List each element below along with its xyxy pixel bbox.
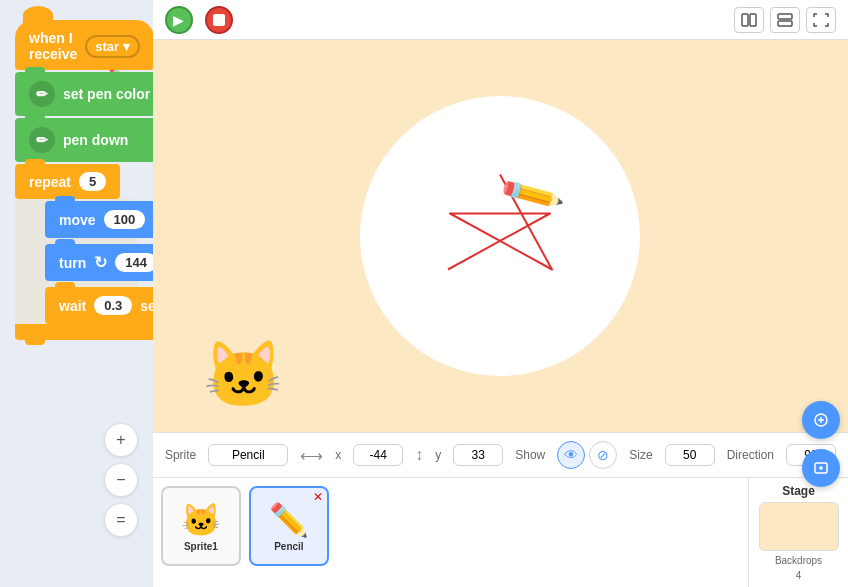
- x-input[interactable]: [353, 444, 403, 466]
- pencil-emoji: ✏️: [269, 501, 309, 539]
- stage-circle: ✏️: [360, 96, 640, 376]
- layout-btn-1[interactable]: [734, 7, 764, 33]
- cat-sprite: 🐱: [203, 342, 284, 407]
- move-block: move 100 steps: [45, 201, 153, 238]
- when-receive-label: when I receive: [29, 30, 77, 62]
- sprite-name-input[interactable]: [208, 444, 288, 466]
- fab-container: [802, 401, 840, 487]
- turn-pre-label: turn: [59, 255, 86, 271]
- updown-arrows-icon: ↕: [415, 446, 423, 464]
- pen-icon: ✏: [29, 81, 55, 107]
- zoom-out-button[interactable]: −: [104, 463, 138, 497]
- svg-rect-2: [778, 14, 792, 19]
- y-input[interactable]: [453, 444, 503, 466]
- repeat-end: ↩: [15, 324, 153, 340]
- code-panel: ✏️ when I receive star ▾ ✏ set pen color…: [0, 0, 153, 587]
- svg-rect-0: [742, 14, 748, 26]
- svg-rect-1: [750, 14, 756, 26]
- wait-block: wait 0.3 seconds: [45, 287, 153, 324]
- stage-area: ✏️ 🐱: [153, 40, 848, 432]
- backdrops-label: Backdrops: [775, 555, 822, 566]
- green-flag-button[interactable]: ▶: [165, 6, 193, 34]
- event-dropdown[interactable]: star ▾: [85, 35, 140, 58]
- set-pen-label: set pen color to: [63, 86, 153, 102]
- show-hidden-button[interactable]: ⊘: [589, 441, 617, 469]
- c-inner: move 100 steps turn ↻ 144 degrees wait: [15, 199, 138, 324]
- right-panel: ▶: [153, 0, 848, 587]
- y-label: y: [435, 448, 441, 462]
- repeat-label: repeat: [29, 174, 71, 190]
- sprite1-emoji: 🐱: [181, 501, 221, 539]
- set-pen-color-block: ✏ set pen color to: [15, 72, 153, 116]
- hat-block: when I receive star ▾: [15, 20, 153, 70]
- show-icons: 👁 ⊘: [557, 441, 617, 469]
- direction-label: Direction: [727, 448, 774, 462]
- add-backdrop-fab[interactable]: [802, 449, 840, 487]
- stop-icon: [213, 14, 225, 26]
- turn-block: turn ↻ 144 degrees: [45, 244, 153, 281]
- arrows-icon: ⟷: [300, 446, 323, 465]
- x-label: x: [335, 448, 341, 462]
- repeat-value[interactable]: 5: [79, 172, 106, 191]
- sprite1-name: Sprite1: [184, 541, 218, 552]
- stage-thumbnail[interactable]: [759, 502, 839, 551]
- main-layout: ✏️ when I receive star ▾ ✏ set pen color…: [0, 0, 848, 587]
- repeat-wrapper: repeat 5 move 100 steps turn ↻ 144: [15, 164, 138, 340]
- add-sprite-fab[interactable]: [802, 401, 840, 439]
- sprite-delete-icon[interactable]: ✕: [313, 490, 323, 504]
- repeat-block: repeat 5: [15, 164, 120, 199]
- zoom-in-button[interactable]: +: [104, 423, 138, 457]
- sprites-panel: 🐱 Sprite1 ✕ ✏️ Pencil: [153, 478, 748, 587]
- layout-btn-2[interactable]: [770, 7, 800, 33]
- bottom-section: 🐱 Sprite1 ✕ ✏️ Pencil Stage Backdrops 4: [153, 477, 848, 587]
- wait-post-label: seconds: [140, 298, 153, 314]
- top-bar: ▶: [153, 0, 848, 40]
- pen-down-block: ✏ pen down: [15, 118, 153, 162]
- zoom-reset-button[interactable]: =: [104, 503, 138, 537]
- pencil-name: Pencil: [274, 541, 303, 552]
- sprite-thumb-pencil[interactable]: ✕ ✏️ Pencil: [249, 486, 329, 566]
- sprite-label: Sprite: [165, 448, 196, 462]
- blocks-list: when I receive star ▾ ✏ set pen color to…: [15, 20, 138, 340]
- dropdown-value: star: [95, 39, 119, 54]
- show-visible-button[interactable]: 👁: [557, 441, 585, 469]
- show-label: Show: [515, 448, 545, 462]
- size-label: Size: [629, 448, 652, 462]
- sprite-thumb-sprite1[interactable]: 🐱 Sprite1: [161, 486, 241, 566]
- pen-icon-2: ✏: [29, 127, 55, 153]
- turn-arrow-icon: ↻: [94, 253, 107, 272]
- wait-pre-label: wait: [59, 298, 86, 314]
- wait-value[interactable]: 0.3: [94, 296, 132, 315]
- layout-btn-fullscreen[interactable]: [806, 7, 836, 33]
- move-pre-label: move: [59, 212, 96, 228]
- turn-value[interactable]: 144: [115, 253, 153, 272]
- backdrops-count: 4: [796, 570, 802, 581]
- stop-button[interactable]: [205, 6, 233, 34]
- size-input[interactable]: [665, 444, 715, 466]
- pen-down-label: pen down: [63, 132, 128, 148]
- sprite-info-bar: Sprite ⟷ x ↕ y Show 👁 ⊘ Size Direction: [153, 432, 848, 477]
- chevron-down-icon: ▾: [123, 39, 130, 54]
- svg-rect-3: [778, 21, 792, 26]
- stage-panel: Stage Backdrops 4: [748, 478, 848, 587]
- layout-buttons: [734, 7, 836, 33]
- move-value[interactable]: 100: [104, 210, 146, 229]
- zoom-controls: + − =: [104, 423, 138, 537]
